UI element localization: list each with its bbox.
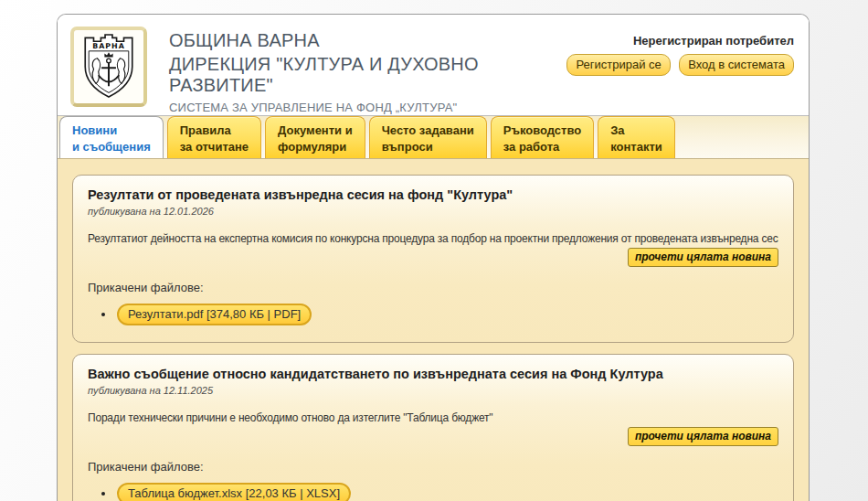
tab-label: За: [610, 123, 662, 139]
news-list: Резултати от проведената извънредна сеси…: [58, 159, 809, 501]
tab-label: Ръководство: [503, 123, 581, 139]
tab-contacts[interactable]: За контакти: [598, 116, 675, 158]
login-button[interactable]: Вход в системата: [679, 54, 794, 76]
attachments-label: Прикачени файлове:: [88, 281, 778, 294]
tab-label: Документи и: [278, 123, 353, 139]
attachment-download-link[interactable]: Резултати.pdf [374,80 КБ | PDF]: [117, 304, 312, 325]
tab-documents-forms[interactable]: Документи и формуляри: [265, 116, 365, 158]
tab-label: въпроси: [382, 139, 474, 155]
tab-label: Новини: [72, 123, 151, 139]
news-item: Резултати от проведената извънредна сеси…: [72, 175, 794, 343]
attachments-list: Резултати.pdf [374,80 КБ | PDF]: [115, 304, 778, 325]
tab-reporting-rules[interactable]: Правила за отчитане: [167, 116, 261, 158]
news-published-date: публикувана на 12.01.2026: [88, 206, 778, 217]
tab-strip: Новини и съобщения Правила за отчитане Д…: [58, 116, 809, 159]
system-subtitle: СИСТЕМА ЗА УПРАВЛЕНИЕ НА ФОНД „КУЛТУРА": [169, 101, 562, 114]
news-title: Важно съобщение относно кандидатстването…: [88, 367, 778, 381]
attachments-label: Прикачени файлове:: [88, 460, 778, 474]
user-block: Нерегистриран потребител Регистрирай се …: [562, 27, 794, 76]
svg-text:ВАРНА: ВАРНА: [92, 42, 125, 50]
tab-label: Често задавани: [382, 123, 474, 139]
varna-crest-icon: ВАРНА: [77, 31, 141, 102]
news-item: Важно съобщение относно кандидатстването…: [72, 354, 794, 501]
site-header: ВАРНА ОБЩИНА ВАРНА ДИРЕКЦИЯ "КУЛТУРА И Д…: [58, 15, 809, 116]
news-published-date: публикувана на 12.11.2025: [88, 385, 778, 396]
read-more-button[interactable]: прочети цялата новина: [628, 248, 778, 267]
tab-user-guide[interactable]: Ръководство за работа: [491, 116, 594, 158]
main-container: ВАРНА ОБЩИНА ВАРНА ДИРЕКЦИЯ "КУЛТУРА И Д…: [57, 14, 810, 501]
tab-label: за работа: [503, 139, 581, 155]
attachment-item: Таблица бюджет.xlsx [22,03 КБ | XLSX]: [115, 483, 778, 501]
tab-label: Правила: [180, 123, 249, 139]
attachment-item: Резултати.pdf [374,80 КБ | PDF]: [115, 304, 778, 325]
org-directorate: ДИРЕКЦИЯ "КУЛТУРА И ДУХОВНО РАЗВИТИЕ": [169, 54, 562, 96]
tab-label: за отчитане: [180, 139, 249, 155]
news-title: Резултати от проведената извънредна сеси…: [88, 187, 778, 202]
tab-label: формуляри: [278, 139, 353, 155]
read-more-row: прочети цялата новина: [88, 248, 778, 267]
tab-label: и съобщения: [72, 139, 151, 155]
news-excerpt: Резултатиот дейността на експертна комис…: [88, 232, 778, 245]
org-titles: ОБЩИНА ВАРНА ДИРЕКЦИЯ "КУЛТУРА И ДУХОВНО…: [169, 27, 562, 114]
news-excerpt: Поради технически причини е необходимо о…: [88, 411, 778, 424]
user-status-label: Нерегистриран потребител: [562, 34, 794, 48]
read-more-button[interactable]: прочети цялата новина: [628, 427, 778, 446]
attachments-list: Таблица бюджет.xlsx [22,03 КБ | XLSX]: [115, 483, 778, 501]
tab-news[interactable]: Новини и съобщения: [59, 116, 164, 158]
org-name: ОБЩИНА ВАРНА: [169, 30, 562, 51]
varna-coat-of-arms-logo: ВАРНА: [70, 27, 147, 107]
register-button[interactable]: Регистрирай се: [566, 54, 670, 76]
attachment-download-link[interactable]: Таблица бюджет.xlsx [22,03 КБ | XLSX]: [117, 483, 351, 501]
tab-label: контакти: [610, 139, 662, 155]
read-more-row: прочети цялата новина: [88, 427, 778, 446]
tab-faq[interactable]: Често задавани въпроси: [369, 116, 487, 158]
